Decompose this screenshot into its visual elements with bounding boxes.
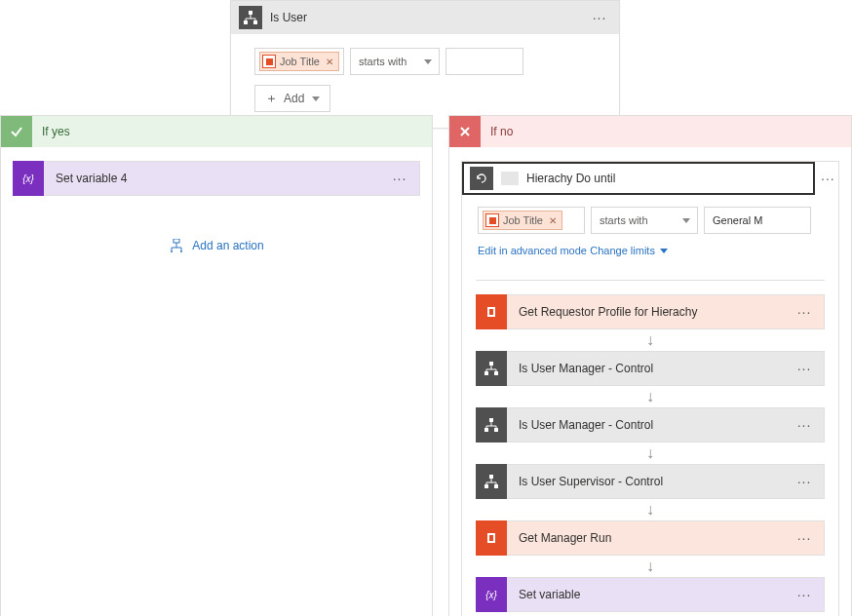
svg-rect-10 <box>484 371 488 375</box>
if-no-header[interactable]: If no <box>449 116 851 147</box>
do-until-value: General M <box>713 214 762 226</box>
chevron-down-icon <box>312 96 320 101</box>
change-limits-link[interactable]: Change limits <box>590 245 668 256</box>
step-menu-button[interactable]: ··· <box>793 588 816 601</box>
close-icon <box>449 116 481 147</box>
do-until-header[interactable]: Hierachy Do until <box>462 162 815 195</box>
if-yes-label: If yes <box>42 125 70 138</box>
variable-icon: {x} <box>476 577 507 612</box>
svg-rect-15 <box>489 475 493 479</box>
edit-advanced-link[interactable]: Edit in advanced mode <box>478 245 587 256</box>
svg-rect-9 <box>489 362 493 366</box>
step-menu-button[interactable]: ··· <box>388 172 411 185</box>
do-until-row: Job Title ✕ starts with General M <box>478 207 823 234</box>
edit-advanced-label: Edit in advanced mode <box>478 245 587 256</box>
svg-rect-12 <box>489 418 493 422</box>
arrow-down-icon: ↓ <box>476 499 825 520</box>
step-menu-button[interactable]: ··· <box>793 305 816 319</box>
svg-rect-14 <box>494 428 498 432</box>
svg-rect-17 <box>494 484 498 488</box>
svg-rect-1 <box>244 20 248 24</box>
step-menu-button[interactable]: ··· <box>793 475 816 488</box>
step-label: Get Manager Run <box>517 531 783 545</box>
svg-rect-2 <box>253 20 257 24</box>
step-is-user-supervisor[interactable]: Is User Supervisor - Control ··· <box>476 464 825 499</box>
condition-value-input[interactable] <box>445 48 523 75</box>
if-no-branch: If no Hierachy Do until ··· <box>448 115 852 616</box>
variable-icon: {x} <box>13 161 44 196</box>
do-until-panel: Hierachy Do until ··· Job Title ✕ <box>461 161 839 616</box>
svg-point-6 <box>180 250 182 252</box>
token-label: Job Title <box>280 56 320 67</box>
condition-title: Is User <box>270 11 580 24</box>
svg-rect-13 <box>484 428 488 432</box>
svg-rect-4 <box>174 239 179 243</box>
office-icon <box>476 294 507 329</box>
condition-icon <box>476 407 507 443</box>
svg-rect-0 <box>249 11 252 15</box>
do-until-value-input[interactable]: General M <box>704 207 811 234</box>
step-label: Get Requestor Profile for Hierachy <box>517 305 783 319</box>
token-job-title[interactable]: Job Title ✕ <box>259 52 339 71</box>
add-action-label: Add an action <box>192 239 263 252</box>
token-label: Job Title <box>503 214 543 226</box>
token-remove-icon[interactable]: ✕ <box>326 57 333 67</box>
plus-icon: ＋ <box>265 90 278 107</box>
add-action-button[interactable]: Add an action <box>13 239 420 252</box>
do-until-steps: Get Requestor Profile for Hierachy ··· ↓… <box>462 281 838 612</box>
add-condition-button[interactable]: ＋ Add <box>254 85 330 112</box>
condition-body: Job Title ✕ starts with ＋ Add <box>231 34 619 128</box>
if-no-label: If no <box>490 125 513 138</box>
arrow-down-icon: ↓ <box>476 386 825 407</box>
step-set-variable-4[interactable]: {x} Set variable 4 ··· <box>13 161 420 196</box>
step-label: Set variable 4 <box>54 172 378 185</box>
condition-header[interactable]: Is User ··· <box>231 1 619 34</box>
step-menu-button[interactable]: ··· <box>793 531 816 545</box>
condition-operator-select[interactable]: starts with <box>350 48 440 75</box>
svg-rect-19 <box>489 535 493 541</box>
condition-icon <box>476 351 507 386</box>
step-is-user-manager-1[interactable]: Is User Manager - Control ··· <box>476 351 825 386</box>
add-action-icon <box>169 239 184 252</box>
office-icon <box>476 520 507 556</box>
office-icon <box>262 55 276 68</box>
svg-rect-11 <box>494 371 498 375</box>
chevron-down-icon <box>660 249 668 253</box>
if-no-body: Hierachy Do until ··· Job Title ✕ <box>449 147 851 616</box>
condition-icon <box>239 6 262 29</box>
change-limits-label: Change limits <box>590 245 655 256</box>
arrow-down-icon: ↓ <box>476 556 825 577</box>
arrow-down-icon: ↓ <box>476 329 825 351</box>
condition-row: Job Title ✕ starts with <box>254 48 596 75</box>
condition-left-operand[interactable]: Job Title ✕ <box>254 48 344 75</box>
if-yes-header[interactable]: If yes <box>1 116 432 147</box>
do-until-left-operand[interactable]: Job Title ✕ <box>478 207 585 234</box>
step-label: Is User Manager - Control <box>517 418 783 432</box>
step-get-manager-run[interactable]: Get Manager Run ··· <box>476 520 825 556</box>
condition-menu-button[interactable]: ··· <box>588 11 611 24</box>
do-until-menu-button[interactable]: ··· <box>815 172 838 185</box>
token-remove-icon[interactable]: ✕ <box>549 215 557 226</box>
operator-label: starts with <box>359 56 407 67</box>
svg-point-5 <box>171 250 173 252</box>
step-label: Set variable <box>517 588 783 601</box>
condition-icon <box>476 464 507 499</box>
do-until-operator-select[interactable]: starts with <box>591 207 698 234</box>
if-yes-branch: If yes {x} Set variable 4 ··· Add an act… <box>0 115 433 616</box>
step-is-user-manager-2[interactable]: Is User Manager - Control ··· <box>476 407 825 443</box>
do-until-title: Hierachy Do until <box>526 172 807 185</box>
add-label: Add <box>284 92 304 105</box>
step-set-variable[interactable]: {x} Set variable ··· <box>476 577 825 612</box>
svg-text:{x}: {x} <box>22 173 34 184</box>
step-get-requestor-profile[interactable]: Get Requestor Profile for Hierachy ··· <box>476 294 825 329</box>
step-label: Is User Manager - Control <box>517 362 783 375</box>
svg-text:{x}: {x} <box>485 590 497 600</box>
step-menu-button[interactable]: ··· <box>793 418 816 432</box>
office-icon <box>485 213 499 227</box>
condition-card: Is User ··· Job Title ✕ starts with ＋ Ad… <box>230 0 620 129</box>
svg-rect-16 <box>484 484 488 488</box>
step-label: Is User Supervisor - Control <box>517 475 783 488</box>
token-job-title[interactable]: Job Title ✕ <box>483 211 562 230</box>
if-yes-body: {x} Set variable 4 ··· Add an action <box>1 147 432 272</box>
step-menu-button[interactable]: ··· <box>793 362 816 375</box>
